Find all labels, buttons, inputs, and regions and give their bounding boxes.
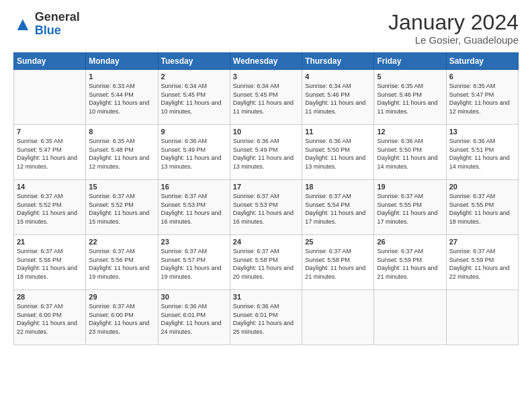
calendar-cell: 22Sunrise: 6:37 AMSunset: 5:56 PMDayligh… [86, 235, 158, 290]
day-number: 18 [305, 183, 371, 191]
cell-info: Sunrise: 6:36 AMSunset: 5:50 PMDaylight:… [305, 137, 371, 171]
title-block: January 2024 Le Gosier, Guadeloupe [388, 11, 519, 46]
cell-info: Sunrise: 6:34 AMSunset: 5:45 PMDaylight:… [161, 82, 227, 116]
cell-info: Sunrise: 6:37 AMSunset: 5:56 PMDaylight:… [89, 247, 154, 281]
cell-info: Sunrise: 6:37 AMSunset: 5:55 PMDaylight:… [377, 192, 443, 226]
day-number: 29 [89, 293, 154, 301]
calendar-cell: 12Sunrise: 6:36 AMSunset: 5:50 PMDayligh… [374, 125, 446, 180]
day-number: 3 [233, 73, 299, 81]
cell-info: Sunrise: 6:36 AMSunset: 5:50 PMDaylight:… [377, 137, 443, 171]
calendar-cell [14, 70, 86, 125]
calendar-week-row: 28Sunrise: 6:37 AMSunset: 6:00 PMDayligh… [14, 290, 519, 345]
calendar-cell: 14Sunrise: 6:37 AMSunset: 5:52 PMDayligh… [14, 180, 86, 235]
header: ▲ General Blue January 2024 Le Gosier, G… [13, 11, 519, 46]
cell-info: Sunrise: 6:37 AMSunset: 5:53 PMDaylight:… [161, 192, 227, 226]
day-number: 14 [17, 183, 83, 191]
col-sunday: Sunday [14, 53, 86, 70]
day-number: 7 [17, 128, 83, 136]
calendar-cell: 4Sunrise: 6:34 AMSunset: 5:46 PMDaylight… [302, 70, 374, 125]
calendar-cell: 11Sunrise: 6:36 AMSunset: 5:50 PMDayligh… [302, 125, 374, 180]
calendar-cell: 24Sunrise: 6:37 AMSunset: 5:58 PMDayligh… [230, 235, 302, 290]
logo-blue: Blue [35, 24, 61, 37]
day-number: 28 [17, 293, 83, 301]
day-number: 4 [305, 73, 371, 81]
calendar-cell: 29Sunrise: 6:37 AMSunset: 6:00 PMDayligh… [86, 290, 158, 345]
calendar-cell: 17Sunrise: 6:37 AMSunset: 5:53 PMDayligh… [230, 180, 302, 235]
cell-info: Sunrise: 6:37 AMSunset: 5:58 PMDaylight:… [305, 247, 371, 281]
col-friday: Friday [374, 53, 446, 70]
month-title: January 2024 [388, 11, 519, 34]
calendar-week-row: 7Sunrise: 6:35 AMSunset: 5:47 PMDaylight… [14, 125, 519, 180]
calendar-cell: 30Sunrise: 6:36 AMSunset: 6:01 PMDayligh… [158, 290, 230, 345]
calendar-cell: 19Sunrise: 6:37 AMSunset: 5:55 PMDayligh… [374, 180, 446, 235]
day-number: 12 [377, 128, 443, 136]
cell-info: Sunrise: 6:37 AMSunset: 5:53 PMDaylight:… [233, 192, 299, 226]
calendar-cell: 3Sunrise: 6:34 AMSunset: 5:45 PMDaylight… [230, 70, 302, 125]
day-number: 24 [233, 238, 299, 246]
day-number: 21 [17, 238, 83, 246]
cell-info: Sunrise: 6:35 AMSunset: 5:47 PMDaylight:… [449, 82, 515, 116]
cell-info: Sunrise: 6:37 AMSunset: 5:57 PMDaylight:… [161, 247, 227, 281]
calendar-cell [374, 290, 446, 345]
cell-info: Sunrise: 6:36 AMSunset: 5:49 PMDaylight:… [233, 137, 299, 171]
calendar-cell: 15Sunrise: 6:37 AMSunset: 5:52 PMDayligh… [86, 180, 158, 235]
calendar-cell [446, 290, 518, 345]
cell-info: Sunrise: 6:37 AMSunset: 5:58 PMDaylight:… [233, 247, 299, 281]
calendar-cell: 1Sunrise: 6:33 AMSunset: 5:44 PMDaylight… [86, 70, 158, 125]
calendar-cell: 21Sunrise: 6:37 AMSunset: 5:56 PMDayligh… [14, 235, 86, 290]
cell-info: Sunrise: 6:35 AMSunset: 5:48 PMDaylight:… [89, 137, 154, 171]
logo: ▲ General Blue [13, 11, 80, 38]
calendar-cell: 13Sunrise: 6:36 AMSunset: 5:51 PMDayligh… [446, 125, 518, 180]
calendar-cell: 10Sunrise: 6:36 AMSunset: 5:49 PMDayligh… [230, 125, 302, 180]
logo-general: General [35, 10, 80, 24]
day-number: 2 [161, 73, 227, 81]
cell-info: Sunrise: 6:37 AMSunset: 5:59 PMDaylight:… [449, 247, 515, 281]
cell-info: Sunrise: 6:37 AMSunset: 5:56 PMDaylight:… [17, 247, 83, 281]
cell-info: Sunrise: 6:37 AMSunset: 5:55 PMDaylight:… [449, 192, 515, 226]
cell-info: Sunrise: 6:37 AMSunset: 5:52 PMDaylight:… [17, 192, 83, 226]
cell-info: Sunrise: 6:37 AMSunset: 5:52 PMDaylight:… [89, 192, 154, 226]
cell-info: Sunrise: 6:35 AMSunset: 5:47 PMDaylight:… [17, 137, 83, 171]
main-container: ▲ General Blue January 2024 Le Gosier, G… [0, 0, 532, 352]
cell-info: Sunrise: 6:36 AMSunset: 6:01 PMDaylight:… [233, 302, 299, 336]
calendar-week-row: 21Sunrise: 6:37 AMSunset: 5:56 PMDayligh… [14, 235, 519, 290]
day-number: 10 [233, 128, 299, 136]
logo-icon: ▲ [13, 13, 32, 35]
cell-info: Sunrise: 6:34 AMSunset: 5:45 PMDaylight:… [233, 82, 299, 116]
calendar-cell: 25Sunrise: 6:37 AMSunset: 5:58 PMDayligh… [302, 235, 374, 290]
day-number: 22 [89, 238, 154, 246]
cell-info: Sunrise: 6:37 AMSunset: 6:00 PMDaylight:… [17, 302, 83, 336]
calendar-cell: 16Sunrise: 6:37 AMSunset: 5:53 PMDayligh… [158, 180, 230, 235]
day-number: 25 [305, 238, 371, 246]
calendar-cell: 31Sunrise: 6:36 AMSunset: 6:01 PMDayligh… [230, 290, 302, 345]
calendar-header-row: Sunday Monday Tuesday Wednesday Thursday… [14, 53, 519, 70]
calendar-week-row: 1Sunrise: 6:33 AMSunset: 5:44 PMDaylight… [14, 70, 519, 125]
col-thursday: Thursday [302, 53, 374, 70]
calendar-cell: 18Sunrise: 6:37 AMSunset: 5:54 PMDayligh… [302, 180, 374, 235]
day-number: 5 [377, 73, 443, 81]
calendar-cell [302, 290, 374, 345]
day-number: 8 [89, 128, 154, 136]
calendar-cell: 20Sunrise: 6:37 AMSunset: 5:55 PMDayligh… [446, 180, 518, 235]
cell-info: Sunrise: 6:34 AMSunset: 5:46 PMDaylight:… [305, 82, 371, 116]
day-number: 9 [161, 128, 227, 136]
cell-info: Sunrise: 6:33 AMSunset: 5:44 PMDaylight:… [89, 82, 154, 116]
calendar-cell: 7Sunrise: 6:35 AMSunset: 5:47 PMDaylight… [14, 125, 86, 180]
cell-info: Sunrise: 6:35 AMSunset: 5:46 PMDaylight:… [377, 82, 443, 116]
calendar-cell: 27Sunrise: 6:37 AMSunset: 5:59 PMDayligh… [446, 235, 518, 290]
calendar-cell: 26Sunrise: 6:37 AMSunset: 5:59 PMDayligh… [374, 235, 446, 290]
calendar-week-row: 14Sunrise: 6:37 AMSunset: 5:52 PMDayligh… [14, 180, 519, 235]
calendar-cell: 28Sunrise: 6:37 AMSunset: 6:00 PMDayligh… [14, 290, 86, 345]
day-number: 20 [449, 183, 515, 191]
cell-info: Sunrise: 6:37 AMSunset: 5:54 PMDaylight:… [305, 192, 371, 226]
col-tuesday: Tuesday [158, 53, 230, 70]
col-wednesday: Wednesday [230, 53, 302, 70]
day-number: 23 [161, 238, 227, 246]
calendar-cell: 6Sunrise: 6:35 AMSunset: 5:47 PMDaylight… [446, 70, 518, 125]
day-number: 6 [449, 73, 515, 81]
calendar-cell: 23Sunrise: 6:37 AMSunset: 5:57 PMDayligh… [158, 235, 230, 290]
day-number: 27 [449, 238, 515, 246]
day-number: 30 [161, 293, 227, 301]
day-number: 16 [161, 183, 227, 191]
day-number: 19 [377, 183, 443, 191]
